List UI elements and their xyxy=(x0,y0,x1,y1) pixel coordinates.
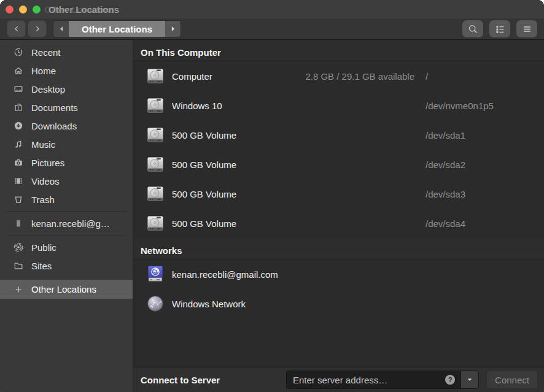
help-icon[interactable]: ? xyxy=(445,375,455,385)
server-address-wrap: ? xyxy=(286,371,460,389)
location-row-volume-sda3[interactable]: 500 GB Volume /dev/sda3 xyxy=(133,179,544,209)
location-row-volume-sda1[interactable]: 500 GB Volume /dev/sda1 xyxy=(133,120,544,150)
sidebar: Recent Home Desktop Documents Downloads … xyxy=(0,40,133,392)
location-name: 500 GB Volume xyxy=(172,159,236,170)
path-prev-icon xyxy=(57,25,66,33)
minimize-button[interactable] xyxy=(19,6,27,13)
sidebar-item-label: Videos xyxy=(31,176,60,186)
connect-to-server-bar: Connect to Server ? Connect xyxy=(133,367,544,392)
menu-button[interactable] xyxy=(516,20,537,37)
recent-clock-icon xyxy=(14,47,23,57)
camera-icon xyxy=(14,158,23,167)
sidebar-separator xyxy=(6,235,126,236)
sidebar-item-label: Music xyxy=(31,139,55,150)
location-path: /dev/sda4 xyxy=(425,218,465,229)
location-name: 500 GB Volume xyxy=(172,130,236,140)
sidebar-item-music[interactable]: Music xyxy=(0,135,133,153)
sidebar-item-label: Documents xyxy=(31,102,78,113)
trash-icon xyxy=(14,194,23,204)
location-name: 500 GB Volume xyxy=(172,218,236,229)
network-name: kenan.recebli@gmail.com xyxy=(172,269,278,280)
music-note-icon xyxy=(14,139,23,149)
network-row-google-account[interactable]: kenan.recebli@gmail.com xyxy=(133,259,544,289)
sidebar-gap xyxy=(0,275,133,280)
folder-icon xyxy=(14,261,23,271)
close-button[interactable] xyxy=(6,6,14,13)
film-icon xyxy=(14,176,23,186)
sidebar-item-downloads[interactable]: Downloads xyxy=(0,117,133,135)
sidebar-item-trash[interactable]: Trash xyxy=(0,190,133,209)
recent-servers-dropdown-button[interactable] xyxy=(460,371,479,389)
toolbar: Other Locations xyxy=(0,18,544,40)
harddisk-icon xyxy=(146,96,165,115)
sidebar-item-label: Desktop xyxy=(31,84,65,94)
location-row-computer[interactable]: Computer 2.8 GB / 29.1 GB available / xyxy=(133,61,544,91)
location-name: 500 GB Volume xyxy=(172,189,236,199)
connect-to-server-label: Connect to Server xyxy=(141,375,220,385)
sidebar-item-other-locations[interactable]: Other Locations xyxy=(0,280,133,299)
sidebar-item-label: kenan.recebli@g… xyxy=(31,218,110,229)
location-path: /dev/sda1 xyxy=(425,130,465,140)
sidebar-item-documents[interactable]: Documents xyxy=(0,98,133,117)
back-icon xyxy=(12,24,21,34)
network-globe-icon xyxy=(146,294,165,313)
location-row-volume-sda4[interactable]: 500 GB Volume /dev/sda4 xyxy=(133,209,544,238)
plus-icon xyxy=(14,285,23,294)
search-icon xyxy=(468,24,478,34)
chevron-down-icon xyxy=(466,376,473,383)
documents-icon xyxy=(14,102,23,112)
path-scroll-left-button[interactable] xyxy=(53,21,69,37)
section-header-networks: Networks xyxy=(133,238,544,259)
window-controls xyxy=(6,6,41,13)
menu-icon xyxy=(522,24,532,34)
section-header-on-this-computer: On This Computer xyxy=(133,40,544,61)
sidebar-item-desktop[interactable]: Desktop xyxy=(0,80,133,98)
server-address-input[interactable] xyxy=(286,371,460,389)
location-name: Computer xyxy=(172,71,212,82)
sidebar-item-online-account[interactable]: kenan.recebli@g… xyxy=(0,214,133,233)
harddisk-icon xyxy=(146,66,165,86)
sidebar-item-label: Downloads xyxy=(31,121,77,131)
sidebar-item-pictures[interactable]: Pictures xyxy=(0,153,133,172)
search-button[interactable] xyxy=(462,20,483,37)
network-row-windows-network[interactable]: Windows Network xyxy=(133,289,544,318)
harddisk-icon xyxy=(146,125,165,145)
location-name: Windows 10 xyxy=(172,101,222,111)
sidebar-item-sites[interactable]: Sites xyxy=(0,256,133,275)
sidebar-separator xyxy=(6,211,126,212)
sidebar-item-label: Other Locations xyxy=(31,284,96,294)
forward-button[interactable] xyxy=(28,20,47,37)
path-scroll-right-button[interactable] xyxy=(165,21,181,37)
list-view-button[interactable] xyxy=(489,20,510,37)
location-path: /dev/sda3 xyxy=(425,189,465,199)
sidebar-item-videos[interactable]: Videos xyxy=(0,172,133,190)
downloads-icon xyxy=(14,121,23,131)
window-title: Other Locations xyxy=(49,4,119,15)
sidebar-item-label: Home xyxy=(31,66,56,76)
sidebar-item-label: Pictures xyxy=(31,158,64,168)
location-path: / xyxy=(425,71,428,82)
location-path: /dev/sda2 xyxy=(425,159,465,170)
path-current-segment[interactable]: Other Locations xyxy=(69,21,165,37)
desktop-icon xyxy=(14,84,23,94)
forward-icon xyxy=(33,24,42,34)
location-row-windows-10[interactable]: Windows 10 /dev/nvme0n1p5 xyxy=(133,91,544,120)
harddisk-icon xyxy=(146,213,165,233)
maximize-button[interactable] xyxy=(33,6,41,13)
home-icon xyxy=(14,66,23,75)
sidebar-item-recent[interactable]: Recent xyxy=(0,43,133,61)
sidebar-item-label: Public xyxy=(31,242,56,253)
network-name: Windows Network xyxy=(172,299,246,309)
sidebar-item-home[interactable]: Home xyxy=(0,61,133,80)
connect-button[interactable]: Connect xyxy=(486,371,538,389)
location-row-volume-sda2[interactable]: 500 GB Volume /dev/sda2 xyxy=(133,150,544,179)
path-bar: Other Locations xyxy=(53,20,181,37)
titlebar[interactable]: Other Locations xyxy=(0,0,544,18)
files-window: Other Locations Other Locations xyxy=(0,0,544,392)
sidebar-item-label: Sites xyxy=(31,261,52,271)
harddisk-icon xyxy=(146,184,165,204)
phone-icon xyxy=(14,218,23,228)
sidebar-item-public[interactable]: Public xyxy=(0,238,133,256)
back-button[interactable] xyxy=(7,20,26,37)
harddisk-icon xyxy=(146,155,165,174)
